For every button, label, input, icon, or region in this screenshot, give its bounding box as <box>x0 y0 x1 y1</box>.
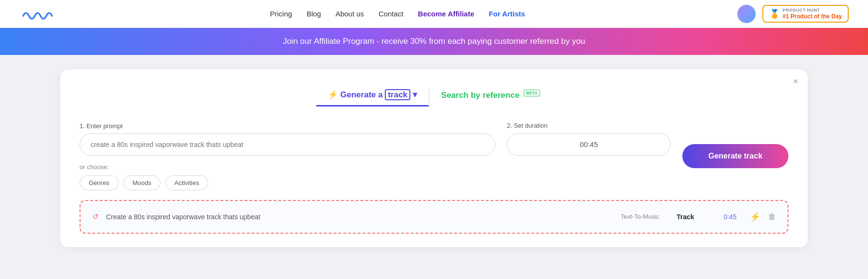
nav-link-about[interactable]: About us <box>336 10 364 18</box>
form-left: 1. Enter prompt 2. Set duration or choos… <box>80 122 671 190</box>
duration-label: 2. Set duration <box>507 122 671 129</box>
banner-text: Join our Affiliate Program - receive 30%… <box>283 37 585 46</box>
medal-icon: 🏅 <box>769 9 780 19</box>
ph-title: #1 Product of the Day <box>783 13 842 20</box>
main-card: × ⚡ Generate a track ▾ Search by referen… <box>60 69 808 247</box>
beta-badge: BETA <box>524 90 540 96</box>
main-content: × ⚡ Generate a track ▾ Search by referen… <box>0 55 868 267</box>
product-hunt-text: PRODUCT HUNT #1 Product of the Day <box>783 8 842 20</box>
pill-moods[interactable]: Moods <box>123 175 161 190</box>
tab-generate-text: Generate a <box>340 90 385 99</box>
tabs: ⚡ Generate a track ▾ Search by reference… <box>80 85 788 106</box>
nav-link-artists[interactable]: For Artists <box>489 10 525 18</box>
tab-generate[interactable]: ⚡ Generate a track ▾ <box>316 85 429 106</box>
tab-generate-arrow: ▾ <box>413 90 417 99</box>
prompt-label: 1. Enter prompt <box>80 122 495 130</box>
nav-link-contact[interactable]: Contact <box>379 10 404 18</box>
or-choose-label: or choose: <box>80 163 671 171</box>
trash-icon[interactable]: 🗑 <box>768 213 776 221</box>
avatar[interactable] <box>737 5 756 23</box>
prompt-group: 1. Enter prompt <box>80 122 495 156</box>
nav-link-blog[interactable]: Blog <box>307 10 321 18</box>
form-row: 1. Enter prompt 2. Set duration <box>80 122 671 156</box>
close-button[interactable]: × <box>793 77 798 86</box>
nav-link-affiliate[interactable]: Become Affiliate <box>418 10 475 18</box>
pill-activities[interactable]: Activities <box>165 175 208 190</box>
navbar: Pricing Blog About us Contact Become Aff… <box>0 0 868 28</box>
tab-generate-icon: ⚡ <box>328 90 338 99</box>
product-hunt-badge[interactable]: 🏅 PRODUCT HUNT #1 Product of the Day <box>762 5 849 23</box>
pill-genres[interactable]: Genres <box>80 175 119 190</box>
affiliate-banner[interactable]: Join our Affiliate Program - receive 30%… <box>0 28 868 55</box>
spinner-icon: ↺ <box>92 212 98 221</box>
pills: Genres Moods Activities <box>80 175 671 190</box>
ph-label: PRODUCT HUNT <box>783 8 842 13</box>
nav-link-pricing[interactable]: Pricing <box>270 10 292 18</box>
result-type: Track <box>677 213 710 221</box>
tab-track-word: track <box>385 89 410 100</box>
result-duration: 0:45 <box>718 213 742 221</box>
duration-group: 2. Set duration <box>507 122 671 156</box>
generate-button[interactable]: Generate track <box>682 144 788 168</box>
logo[interactable] <box>19 6 58 22</box>
tab-search[interactable]: Search by reference BETA <box>430 85 552 106</box>
tab-search-text: Search by reference <box>441 91 520 100</box>
result-row: ↺ Create a 80s inspired vaporwave track … <box>90 207 778 227</box>
result-tag: Text-To-Music <box>611 213 669 220</box>
result-section: ↺ Create a 80s inspired vaporwave track … <box>80 200 788 234</box>
result-title: Create a 80s inspired vaporwave track th… <box>106 213 603 221</box>
prompt-input[interactable] <box>80 133 495 156</box>
lightning-icon[interactable]: ⚡ <box>750 212 760 222</box>
duration-input[interactable] <box>507 133 671 156</box>
nav-links: Pricing Blog About us Contact Become Aff… <box>270 10 525 18</box>
nav-right: 🏅 PRODUCT HUNT #1 Product of the Day <box>737 5 849 23</box>
form-and-btn: 1. Enter prompt 2. Set duration or choos… <box>80 122 788 190</box>
